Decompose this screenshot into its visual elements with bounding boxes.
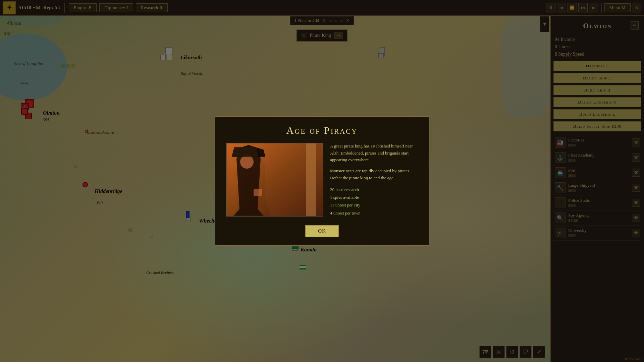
modal-text-area: A great pirate king has established hims… [330,143,418,217]
modal-dialog: Age of Piracy [215,116,429,246]
modal-title: Age of Piracy [286,125,358,136]
modal-stat-spies: 1 spies available [330,193,418,201]
modal-stat-town-unrest: 4 unrest per town [330,209,418,217]
modal-overlay: Age of Piracy [0,0,644,362]
modal-ok-button[interactable]: OK [305,225,339,237]
modal-stat-research: 20 base research [330,186,418,193]
modal-body: A great pirate king has established hims… [226,143,418,217]
modal-desc-2: Monster nests are rapidly occupied by pi… [330,168,418,182]
modal-stats-list: 20 base research 1 spies available 11 un… [330,186,418,217]
modal-image [226,143,323,217]
modal-desc-1: A great pirate king has established hims… [330,143,418,164]
modal-content-area: Age of Piracy [215,117,429,246]
modal-stat-city-unrest: 11 unrest per city [330,201,418,209]
